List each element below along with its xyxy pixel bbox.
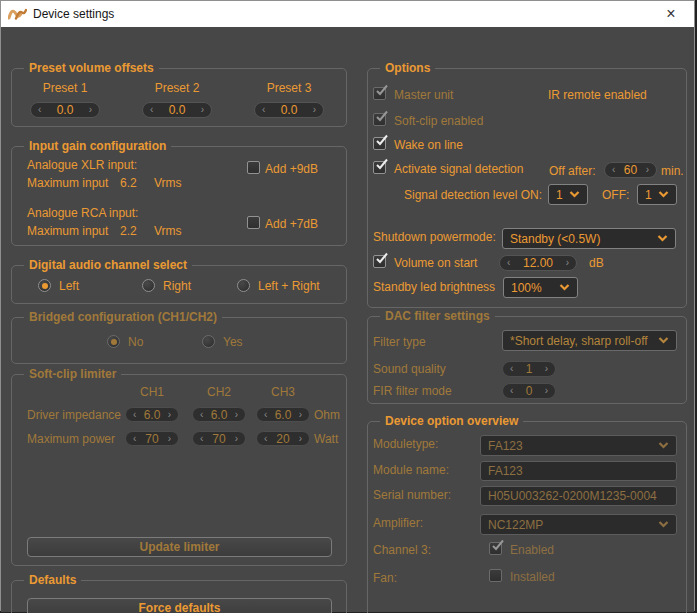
- spin-down-icon[interactable]: ‹: [264, 434, 267, 444]
- group-options: Options Master unit IR remote enabled So…: [367, 68, 687, 308]
- standby-led-dropdown[interactable]: 100%: [503, 277, 578, 298]
- spin-down-icon[interactable]: ‹: [133, 410, 136, 420]
- fan-installed-label: Installed: [510, 571, 555, 584]
- spin-up-icon[interactable]: ›: [89, 105, 92, 115]
- channel-left-right-radio[interactable]: [237, 279, 250, 292]
- sound-quality-spinner[interactable]: ‹ 1 ›: [502, 361, 556, 377]
- module-name-input[interactable]: FA123: [480, 461, 677, 481]
- xlr-max-label: Maximum input: [27, 177, 108, 190]
- amplifier-dropdown[interactable]: NC122MP: [480, 514, 677, 535]
- volume-on-start-spinner[interactable]: ‹ 12.00 ›: [499, 255, 577, 271]
- spin-up-icon[interactable]: ›: [299, 434, 302, 444]
- spin-up-icon[interactable]: ›: [235, 434, 238, 444]
- group-title-preset-volume-offsets: Preset volume offsets: [24, 61, 159, 75]
- device-settings-window: Device settings × Preset volume offsets …: [0, 0, 695, 611]
- spin-up-icon[interactable]: ›: [299, 410, 302, 420]
- group-title-defaults: Defaults: [24, 573, 81, 587]
- signal-level-on-dropdown[interactable]: 1: [548, 184, 588, 205]
- group-device-overview: Device option overview Moduletype: FA123…: [367, 421, 687, 613]
- spin-down-icon[interactable]: ‹: [262, 105, 265, 115]
- xlr-max-value[interactable]: 6.2: [120, 177, 137, 190]
- channel-left-label: Left: [59, 280, 79, 293]
- driver-impedance-ch3-spinner[interactable]: ‹ 6.0 ›: [256, 407, 310, 422]
- spin-down-icon[interactable]: ‹: [38, 105, 41, 115]
- driver-impedance-unit: Ohm: [314, 409, 340, 422]
- standby-led-label: Standby led brightness: [373, 281, 495, 294]
- radio-dot: [42, 283, 48, 289]
- fir-mode-spinner[interactable]: ‹ 0 ›: [502, 383, 556, 399]
- filter-type-dropdown[interactable]: *Short delay, sharp roll-off: [502, 330, 677, 351]
- module-name-value: FA123: [488, 464, 523, 478]
- spin-up-icon[interactable]: ›: [646, 165, 649, 175]
- spin-down-icon[interactable]: ‹: [200, 410, 203, 420]
- fir-mode-label: FIR filter mode: [373, 385, 452, 398]
- radio-dot: [111, 339, 117, 345]
- chevron-down-icon: [658, 521, 669, 528]
- bridged-no-radio[interactable]: [107, 335, 120, 348]
- channel-right-radio[interactable]: [142, 279, 155, 292]
- serial-number-input[interactable]: H05U003262-0200M1235-0004: [480, 486, 677, 506]
- activate-signal-detection-checkbox[interactable]: [373, 161, 386, 174]
- spin-down-icon[interactable]: ‹: [133, 434, 136, 444]
- spin-up-icon[interactable]: ›: [235, 410, 238, 420]
- shutdown-powermode-dropdown[interactable]: Standby (<0.5W): [502, 228, 676, 249]
- spin-up-icon[interactable]: ›: [545, 364, 548, 374]
- shutdown-powermode-label: Shutdown powermode:: [373, 231, 496, 244]
- spin-up-icon[interactable]: ›: [201, 105, 204, 115]
- fan-installed-checkbox[interactable]: [489, 569, 502, 582]
- spin-up-icon[interactable]: ›: [566, 258, 569, 268]
- add-9db-checkbox[interactable]: [247, 161, 260, 174]
- spin-down-icon[interactable]: ‹: [507, 258, 510, 268]
- spin-down-icon[interactable]: ‹: [510, 364, 513, 374]
- add-7db-label: Add +7dB: [265, 218, 318, 231]
- moduletype-dropdown[interactable]: FA123: [480, 435, 677, 456]
- volume-on-start-checkbox[interactable]: [373, 255, 386, 268]
- group-title-bridged-configuration: Bridged configuration (CH1/CH2): [24, 310, 222, 324]
- off-after-value: 60: [624, 163, 637, 177]
- close-button[interactable]: ×: [648, 1, 694, 27]
- spin-up-icon[interactable]: ›: [168, 434, 171, 444]
- update-limiter-button[interactable]: Update limiter: [27, 537, 332, 557]
- softclip-enabled-checkbox[interactable]: [373, 113, 386, 126]
- force-defaults-button[interactable]: Force defaults: [27, 598, 332, 613]
- spin-up-icon[interactable]: ›: [313, 105, 316, 115]
- bridged-yes-radio[interactable]: [202, 335, 215, 348]
- softclip-col-ch1: CH1: [125, 386, 179, 399]
- signal-level-off-dropdown[interactable]: 1: [637, 184, 677, 205]
- filter-type-label: Filter type: [373, 336, 426, 349]
- check-icon: [375, 252, 389, 265]
- master-unit-checkbox[interactable]: [373, 87, 386, 100]
- spin-down-icon[interactable]: ‹: [264, 410, 267, 420]
- preset1-spinner[interactable]: ‹ 0.0 ›: [30, 102, 100, 118]
- off-after-spinner[interactable]: ‹ 60 ›: [604, 162, 657, 178]
- add-7db-checkbox[interactable]: [247, 216, 260, 229]
- spin-down-icon[interactable]: ‹: [200, 434, 203, 444]
- wake-on-line-checkbox[interactable]: [373, 137, 386, 150]
- preset2-spinner[interactable]: ‹ 0.0 ›: [142, 102, 212, 118]
- rca-input-label: Analogue RCA input:: [27, 207, 138, 220]
- module-name-label: Module name:: [373, 464, 449, 477]
- maximum-power-ch3-spinner[interactable]: ‹ 20 ›: [256, 431, 310, 446]
- fir-mode-value: 0: [526, 384, 533, 398]
- spin-up-icon[interactable]: ›: [545, 386, 548, 396]
- amplifier-label: Amplifier:: [373, 517, 423, 530]
- rca-max-value[interactable]: 2.2: [120, 225, 137, 238]
- maximum-power-ch1-spinner[interactable]: ‹ 70 ›: [125, 431, 179, 446]
- spin-up-icon[interactable]: ›: [168, 410, 171, 420]
- driver-impedance-ch2-spinner[interactable]: ‹ 6.0 ›: [192, 407, 246, 422]
- preset3-spinner[interactable]: ‹ 0.0 ›: [254, 102, 324, 118]
- softclip-enabled-label: Soft-clip enabled: [394, 115, 483, 128]
- moduletype-value: FA123: [488, 439, 523, 453]
- maximum-power-ch2-spinner[interactable]: ‹ 70 ›: [192, 431, 246, 446]
- driver-impedance-ch1-spinner[interactable]: ‹ 6.0 ›: [125, 407, 179, 422]
- bridged-no-label: No: [128, 336, 143, 349]
- spin-down-icon[interactable]: ‹: [150, 105, 153, 115]
- check-icon: [375, 134, 389, 147]
- spin-down-icon[interactable]: ‹: [612, 165, 615, 175]
- rca-max-unit: Vrms: [154, 225, 182, 238]
- rca-max-label: Maximum input: [27, 225, 108, 238]
- spin-down-icon[interactable]: ‹: [510, 386, 513, 396]
- xlr-input-label: Analogue XLR input:: [27, 159, 137, 172]
- channel-left-radio[interactable]: [38, 279, 51, 292]
- channel3-enabled-checkbox[interactable]: [489, 542, 502, 555]
